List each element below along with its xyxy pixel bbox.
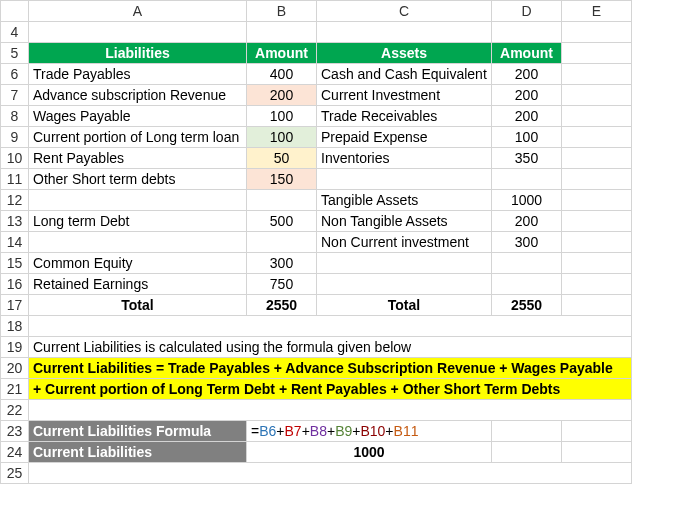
cell-E16[interactable] bbox=[562, 274, 632, 295]
row-header-6[interactable]: 6 bbox=[1, 64, 29, 85]
cell-A12[interactable] bbox=[29, 190, 247, 211]
cell-B11[interactable]: 150 bbox=[247, 169, 317, 190]
cell-B17[interactable]: 2550 bbox=[247, 295, 317, 316]
cell-E4[interactable] bbox=[562, 22, 632, 43]
row-header-9[interactable]: 9 bbox=[1, 127, 29, 148]
cell-B16[interactable]: 750 bbox=[247, 274, 317, 295]
header-amount-liab[interactable]: Amount bbox=[247, 43, 317, 64]
cell-row22[interactable] bbox=[29, 400, 632, 421]
formula-desc-2[interactable]: + Current portion of Long Term Debt + Re… bbox=[29, 379, 632, 400]
row-header-14[interactable]: 14 bbox=[1, 232, 29, 253]
cell-D13[interactable]: 200 bbox=[492, 211, 562, 232]
cell-A7[interactable]: Advance subscription Revenue bbox=[29, 85, 247, 106]
cell-C17[interactable]: Total bbox=[317, 295, 492, 316]
header-amount-assets[interactable]: Amount bbox=[492, 43, 562, 64]
cell-B13[interactable]: 500 bbox=[247, 211, 317, 232]
row-header-17[interactable]: 17 bbox=[1, 295, 29, 316]
cell-E7[interactable] bbox=[562, 85, 632, 106]
cell-E12[interactable] bbox=[562, 190, 632, 211]
row-header-5[interactable]: 5 bbox=[1, 43, 29, 64]
cell-C7[interactable]: Current Investment bbox=[317, 85, 492, 106]
cell-E11[interactable] bbox=[562, 169, 632, 190]
row-header-20[interactable]: 20 bbox=[1, 358, 29, 379]
row-header-8[interactable]: 8 bbox=[1, 106, 29, 127]
cell-A15[interactable]: Common Equity bbox=[29, 253, 247, 274]
row-header-21[interactable]: 21 bbox=[1, 379, 29, 400]
spreadsheet-grid[interactable]: A B C D E 4 5 Liabilities Amount Assets … bbox=[0, 0, 632, 484]
cell-A16[interactable]: Retained Earnings bbox=[29, 274, 247, 295]
cell-D7[interactable]: 200 bbox=[492, 85, 562, 106]
cell-E13[interactable] bbox=[562, 211, 632, 232]
note-text[interactable]: Current Liabilities is calculated using … bbox=[29, 337, 632, 358]
cell-E8[interactable] bbox=[562, 106, 632, 127]
formula-label[interactable]: Current Liabilities Formula bbox=[29, 421, 247, 442]
row-header-15[interactable]: 15 bbox=[1, 253, 29, 274]
cell-D6[interactable]: 200 bbox=[492, 64, 562, 85]
col-header-A[interactable]: A bbox=[29, 1, 247, 22]
cell-B10[interactable]: 50 bbox=[247, 148, 317, 169]
cell-B7[interactable]: 200 bbox=[247, 85, 317, 106]
row-header-7[interactable]: 7 bbox=[1, 85, 29, 106]
col-header-D[interactable]: D bbox=[492, 1, 562, 22]
cell-D10[interactable]: 350 bbox=[492, 148, 562, 169]
cell-D15[interactable] bbox=[492, 253, 562, 274]
cell-A13[interactable]: Long term Debt bbox=[29, 211, 247, 232]
cell-A14[interactable] bbox=[29, 232, 247, 253]
col-header-C[interactable]: C bbox=[317, 1, 492, 22]
row-header-23[interactable]: 23 bbox=[1, 421, 29, 442]
row-header-16[interactable]: 16 bbox=[1, 274, 29, 295]
cell-C13[interactable]: Non Tangible Assets bbox=[317, 211, 492, 232]
formula-cell[interactable]: =B6+B7+B8+B9+B10+B11 bbox=[247, 421, 492, 442]
row-header-12[interactable]: 12 bbox=[1, 190, 29, 211]
cell-E23[interactable] bbox=[562, 421, 632, 442]
cell-D24[interactable] bbox=[492, 442, 562, 463]
row-header-13[interactable]: 13 bbox=[1, 211, 29, 232]
cell-D14[interactable]: 300 bbox=[492, 232, 562, 253]
header-liabilities[interactable]: Liabilities bbox=[29, 43, 247, 64]
cell-B8[interactable]: 100 bbox=[247, 106, 317, 127]
cell-E24[interactable] bbox=[562, 442, 632, 463]
cell-D8[interactable]: 200 bbox=[492, 106, 562, 127]
cell-A9[interactable]: Current portion of Long term loan bbox=[29, 127, 247, 148]
cell-row18[interactable] bbox=[29, 316, 632, 337]
cell-A17[interactable]: Total bbox=[29, 295, 247, 316]
cell-D23[interactable] bbox=[492, 421, 562, 442]
cell-B6[interactable]: 400 bbox=[247, 64, 317, 85]
cell-C12[interactable]: Tangible Assets bbox=[317, 190, 492, 211]
cell-C16[interactable] bbox=[317, 274, 492, 295]
cell-E6[interactable] bbox=[562, 64, 632, 85]
row-header-11[interactable]: 11 bbox=[1, 169, 29, 190]
corner-cell[interactable] bbox=[1, 1, 29, 22]
cell-A10[interactable]: Rent Payables bbox=[29, 148, 247, 169]
row-header-25[interactable]: 25 bbox=[1, 463, 29, 484]
cell-row25[interactable] bbox=[29, 463, 632, 484]
row-header-24[interactable]: 24 bbox=[1, 442, 29, 463]
value-label[interactable]: Current Liabilities bbox=[29, 442, 247, 463]
cell-C15[interactable] bbox=[317, 253, 492, 274]
cell-A4[interactable] bbox=[29, 22, 247, 43]
cell-E9[interactable] bbox=[562, 127, 632, 148]
cell-C8[interactable]: Trade Receivables bbox=[317, 106, 492, 127]
cell-E5[interactable] bbox=[562, 43, 632, 64]
row-header-4[interactable]: 4 bbox=[1, 22, 29, 43]
cell-C14[interactable]: Non Current investment bbox=[317, 232, 492, 253]
cell-A8[interactable]: Wages Payable bbox=[29, 106, 247, 127]
cell-C4[interactable] bbox=[317, 22, 492, 43]
formula-desc-1[interactable]: Current Liabilities = Trade Payables + A… bbox=[29, 358, 632, 379]
cell-C10[interactable]: Inventories bbox=[317, 148, 492, 169]
header-assets[interactable]: Assets bbox=[317, 43, 492, 64]
cell-E10[interactable] bbox=[562, 148, 632, 169]
cell-D12[interactable]: 1000 bbox=[492, 190, 562, 211]
value-cell[interactable]: 1000 bbox=[247, 442, 492, 463]
cell-B4[interactable] bbox=[247, 22, 317, 43]
cell-B14[interactable] bbox=[247, 232, 317, 253]
cell-B15[interactable]: 300 bbox=[247, 253, 317, 274]
col-header-E[interactable]: E bbox=[562, 1, 632, 22]
cell-B12[interactable] bbox=[247, 190, 317, 211]
cell-E17[interactable] bbox=[562, 295, 632, 316]
cell-D4[interactable] bbox=[492, 22, 562, 43]
row-header-10[interactable]: 10 bbox=[1, 148, 29, 169]
cell-B9[interactable]: 100 bbox=[247, 127, 317, 148]
row-header-22[interactable]: 22 bbox=[1, 400, 29, 421]
cell-D11[interactable] bbox=[492, 169, 562, 190]
